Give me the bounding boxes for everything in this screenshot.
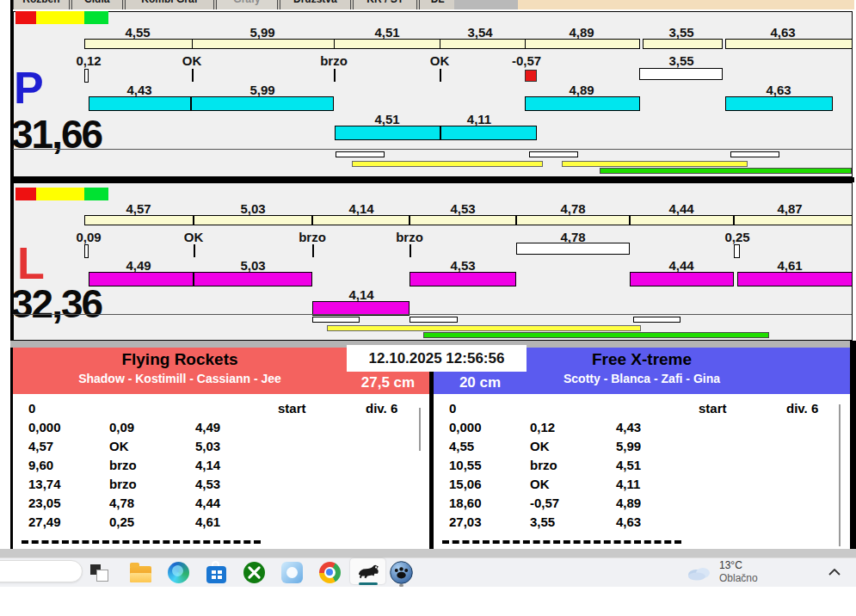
table-cell: 4,78 <box>109 496 134 510</box>
value-label: 5,99 <box>249 25 274 40</box>
datetime-display: 12.10.2025 12:56:56 <box>347 345 527 372</box>
tick-mark <box>440 69 441 82</box>
table-cell: 0 <box>28 401 35 416</box>
table-cell: 5,03 <box>195 439 220 453</box>
time-bar <box>89 96 191 111</box>
edge-browser-icon <box>168 562 189 583</box>
table-row: 4,57OK5,03 <box>13 439 429 458</box>
dashed-divider <box>442 540 681 544</box>
status-light-yellow <box>36 188 60 200</box>
table-row: 9,60brzo4,14 <box>13 458 429 477</box>
table-cell: 15,06 <box>449 477 482 491</box>
tick-mark <box>192 69 194 82</box>
value-label: brzo <box>396 230 423 244</box>
dashed-divider <box>22 540 261 544</box>
split-table-right: 0startdiv. 60,0000,124,434,55OK5,9910,55… <box>434 394 850 549</box>
table-cell: div. 6 <box>786 401 818 416</box>
dog-timing-app-icon[interactable] <box>350 558 385 584</box>
paw-icon <box>390 561 413 584</box>
table-cell: 0,12 <box>530 420 555 434</box>
value-label: 4,53 <box>450 201 475 216</box>
edge-icon[interactable] <box>166 560 190 584</box>
table-cell: 3,55 <box>530 514 555 529</box>
store-icon[interactable] <box>204 560 228 584</box>
table-cell: start <box>278 401 306 416</box>
table-cell: 0,25 <box>109 514 134 529</box>
divider-line <box>13 314 852 315</box>
table-cell: 4,44 <box>195 496 220 510</box>
scale-segment <box>643 39 723 49</box>
weather-temperature: 13°C <box>719 559 758 572</box>
value-label: brzo <box>299 230 326 244</box>
tick-mark <box>312 244 314 257</box>
table-row: 13,74brzo4,53 <box>13 477 429 496</box>
jump-height-right: 20 cm <box>434 372 527 394</box>
table-cell: 5,99 <box>616 439 641 453</box>
active-app-indicator <box>359 582 378 585</box>
table-cell: 4,63 <box>616 514 641 529</box>
hollow-mark <box>84 69 89 83</box>
value-label: 4,49 <box>126 258 151 273</box>
value-label: brzo <box>320 53 348 68</box>
taskbar-search-input[interactable] <box>0 560 83 582</box>
white-bar <box>639 68 723 80</box>
table-cell: 4,11 <box>616 477 640 491</box>
scale-segment <box>525 39 640 49</box>
scale-segment <box>516 215 630 225</box>
status-light-red <box>15 188 36 200</box>
chevron-up-icon <box>828 569 841 576</box>
task-view-icon[interactable] <box>87 560 111 584</box>
taskbar-overflow-chevron[interactable] <box>824 562 845 582</box>
value-label: 4,51 <box>374 112 399 126</box>
value-label: OK <box>184 230 204 244</box>
value-label: 4,44 <box>668 258 693 273</box>
white-bar <box>516 243 630 255</box>
table-cell: 9,60 <box>28 458 53 472</box>
split-table-left: 0startdiv. 60,0000,094,494,57OK5,039,60b… <box>13 394 429 549</box>
table-cell: 4,55 <box>449 439 474 453</box>
table-cell: 0,000 <box>449 420 482 434</box>
value-label: 4,53 <box>450 258 475 273</box>
folder-icon <box>130 566 151 582</box>
strip-white <box>633 317 680 323</box>
strip-white <box>730 151 779 157</box>
table-left-scrollbar[interactable] <box>419 408 421 451</box>
scale-segment <box>410 215 516 225</box>
table-cell: -0,57 <box>530 496 559 510</box>
table-cell: brzo <box>109 458 137 472</box>
value-label: 3,54 <box>467 25 492 40</box>
xbox-icon[interactable] <box>242 560 266 584</box>
chrome-browser-icon <box>319 562 341 583</box>
table-cell: 0,09 <box>109 420 134 434</box>
table-cell: 23,05 <box>28 496 61 510</box>
table-cell: 18,60 <box>449 496 482 510</box>
divider-line <box>13 149 852 150</box>
table-row: 15,06OK4,11 <box>434 477 850 496</box>
file-explorer-icon[interactable] <box>128 560 152 584</box>
paw-app-icon[interactable] <box>389 560 413 584</box>
value-label: 4,14 <box>348 287 373 302</box>
side-letter: L <box>17 241 45 286</box>
value-label: 0,25 <box>724 230 749 244</box>
weather-widget[interactable]: 13°C Oblačno <box>687 559 833 585</box>
copilot-icon[interactable] <box>280 560 304 584</box>
table-row: 27,490,254,61 <box>13 514 429 533</box>
fault-marker <box>525 70 537 82</box>
time-bar <box>194 272 312 286</box>
table-cell: 0 <box>449 401 456 416</box>
table-cell: 27,03 <box>449 514 482 529</box>
scale-segment <box>192 39 335 49</box>
team-left-name: Flying Rockets <box>13 350 347 369</box>
screen: RozbehČidlaKombi GrafGrafyDružstvaKR / S… <box>0 0 856 616</box>
hollow-mark <box>84 244 89 258</box>
time-bar <box>191 96 334 111</box>
team-left-members: Shadow - Kostimill - Cassiann - Jee <box>13 372 347 385</box>
table-cell: 4,89 <box>616 496 641 510</box>
table-cell: OK <box>530 477 550 491</box>
value-label: 4,57 <box>126 201 151 216</box>
chrome-icon[interactable] <box>317 560 342 584</box>
value-label: 5,03 <box>240 201 265 216</box>
strip-white <box>529 151 578 157</box>
table-right-scrollbar[interactable] <box>839 404 841 546</box>
status-light-green <box>84 188 108 200</box>
